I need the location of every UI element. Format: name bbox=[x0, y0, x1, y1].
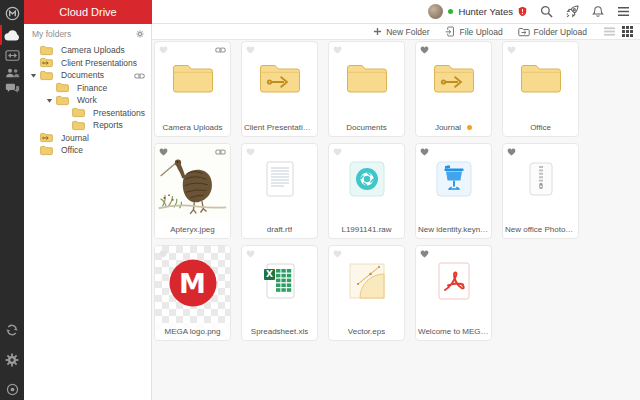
shared-folder-icon bbox=[40, 57, 57, 68]
panel-header: My folders bbox=[24, 24, 151, 41]
item-name: Documents bbox=[331, 123, 402, 132]
folder-upload-icon bbox=[518, 27, 530, 37]
favorite-heart-icon-muted[interactable] bbox=[159, 250, 168, 258]
tree-item-client-presentations[interactable]: Client Presentations bbox=[24, 57, 151, 70]
text-file-icon bbox=[242, 159, 317, 199]
grid-view-icon[interactable] bbox=[622, 26, 633, 37]
item-name: Camera Uploads bbox=[157, 123, 228, 132]
tree-item-camera-uploads[interactable]: Camera Uploads bbox=[24, 44, 151, 57]
avatar[interactable] bbox=[428, 4, 443, 19]
favorite-heart-icon[interactable] bbox=[420, 46, 429, 54]
favorite-heart-icon-muted[interactable] bbox=[333, 250, 342, 258]
favorite-heart-icon[interactable] bbox=[420, 148, 429, 156]
tree-item-label: Reports bbox=[93, 120, 123, 130]
file-upload-button[interactable]: File Upload bbox=[445, 26, 503, 37]
excel-file-icon: X bbox=[242, 261, 317, 301]
tree-expand-caret[interactable] bbox=[46, 97, 56, 104]
tree-item-label: Work bbox=[77, 95, 97, 105]
favorite-heart-icon-muted[interactable] bbox=[159, 46, 168, 54]
grid-item-mega-logo-png[interactable]: MMEGA logo.png bbox=[154, 245, 231, 341]
tree-item-label: Camera Uploads bbox=[61, 45, 125, 55]
folder-icon bbox=[503, 61, 578, 95]
button-label: File Upload bbox=[460, 27, 503, 37]
folder-icon bbox=[40, 70, 57, 81]
favorite-heart-icon-muted[interactable] bbox=[333, 148, 342, 156]
membership-shield-icon bbox=[518, 6, 527, 17]
user-menu[interactable]: Hunter Yates bbox=[428, 4, 527, 19]
rail-chat-icon[interactable] bbox=[0, 78, 24, 98]
tree-expand-caret[interactable] bbox=[30, 72, 40, 79]
grid-item-l1991141-raw[interactable]: L1991141.raw bbox=[328, 143, 405, 239]
favorite-heart-icon-muted[interactable] bbox=[333, 46, 342, 54]
zip-file-icon bbox=[503, 159, 578, 199]
grid-item-welcome-to-mega-pdf[interactable]: Welcome to MEGA.pdf bbox=[415, 245, 492, 341]
view-toggle-group bbox=[604, 26, 633, 37]
favorite-heart-icon[interactable] bbox=[159, 148, 168, 156]
public-link-icon bbox=[215, 46, 226, 54]
tree-item-reports[interactable]: Reports bbox=[24, 119, 151, 132]
plus-icon bbox=[373, 27, 382, 36]
rocket-icon[interactable] bbox=[566, 5, 579, 18]
grid-item-spreadsheet-xls[interactable]: XSpreadsheet.xls bbox=[241, 245, 318, 341]
favorite-heart-icon-muted[interactable] bbox=[246, 46, 255, 54]
presence-dot bbox=[448, 9, 453, 14]
grid-item-vector-eps[interactable]: Vector.eps bbox=[328, 245, 405, 341]
mega-logo-image: M bbox=[169, 260, 216, 307]
file-grid: Camera UploadsClient PresentationsDocume… bbox=[152, 40, 590, 341]
tree-item-finance[interactable]: Finance bbox=[24, 82, 151, 95]
grid-item-new-office-photoalbum-zip[interactable]: New office Photoalbum.zip bbox=[502, 143, 579, 239]
tree-item-journal[interactable]: Journal bbox=[24, 132, 151, 145]
item-name: L1991141.raw bbox=[331, 225, 402, 234]
grid-item-draft-rtf[interactable]: draft.rtf bbox=[241, 143, 318, 239]
search-icon[interactable] bbox=[540, 5, 553, 18]
tree-item-office[interactable]: Office bbox=[24, 144, 151, 157]
folders-options-icon[interactable] bbox=[136, 30, 144, 38]
folder-icon bbox=[155, 61, 230, 95]
shared-folder-icon bbox=[40, 132, 57, 143]
item-name: draft.rtf bbox=[244, 225, 315, 234]
item-name: Office bbox=[505, 123, 576, 132]
folder-icon bbox=[40, 145, 57, 156]
favorite-heart-icon-muted[interactable] bbox=[246, 250, 255, 258]
rail-shared-folders-icon[interactable] bbox=[0, 45, 24, 65]
tree-item-label: Client Presentations bbox=[61, 58, 137, 68]
item-name: MEGA logo.png bbox=[155, 323, 230, 340]
favorite-heart-icon-muted[interactable] bbox=[507, 46, 516, 54]
list-view-icon[interactable] bbox=[604, 27, 615, 36]
page-title: Cloud Drive bbox=[59, 6, 116, 18]
notifications-bell-icon[interactable] bbox=[592, 5, 604, 18]
tree-item-presentations[interactable]: Presentations bbox=[24, 107, 151, 120]
favorite-heart-icon[interactable] bbox=[507, 148, 516, 156]
grid-item-office[interactable]: Office bbox=[502, 41, 579, 137]
folder-tree: Camera UploadsClient PresentationsDocume… bbox=[24, 41, 151, 157]
tree-item-documents[interactable]: Documents bbox=[24, 69, 151, 82]
panel-title: My folders bbox=[32, 29, 71, 39]
pdf-file-icon bbox=[416, 261, 491, 301]
rail-cloud-drive-icon[interactable] bbox=[0, 25, 24, 45]
item-name: Apteryx.jpeg bbox=[155, 221, 230, 238]
tree-item-label: Finance bbox=[77, 83, 107, 93]
folder-tree-panel: My folders Camera UploadsClient Presenta… bbox=[24, 24, 152, 400]
grid-item-documents[interactable]: Documents bbox=[328, 41, 405, 137]
favorite-heart-icon-muted[interactable] bbox=[246, 148, 255, 156]
grid-item-apteryx-jpeg[interactable]: Apteryx.jpeg bbox=[154, 143, 231, 239]
grid-item-new-identity-keynote[interactable]: New identity.keynote bbox=[415, 143, 492, 239]
rail-status-icon[interactable] bbox=[0, 379, 24, 399]
favorite-heart-icon[interactable] bbox=[420, 250, 429, 258]
rail-sync-icon[interactable] bbox=[0, 320, 24, 340]
public-link-icon[interactable] bbox=[134, 72, 145, 80]
grid-item-camera-uploads[interactable]: Camera Uploads bbox=[154, 41, 231, 137]
rail-mega-logo-icon[interactable] bbox=[0, 3, 24, 23]
rail-settings-icon[interactable] bbox=[0, 350, 24, 370]
folder-upload-button[interactable]: Folder Upload bbox=[518, 27, 587, 37]
grid-item-journal[interactable]: Journal bbox=[415, 41, 492, 137]
tree-item-label: Presentations bbox=[93, 108, 145, 118]
tree-item-work[interactable]: Work bbox=[24, 94, 151, 107]
item-name: Welcome to MEGA.pdf bbox=[418, 327, 489, 336]
tree-item-label: Office bbox=[61, 145, 83, 155]
item-name: New identity.keynote bbox=[418, 225, 489, 234]
new-folder-button[interactable]: New Folder bbox=[373, 27, 429, 37]
folder-icon bbox=[72, 107, 89, 118]
menu-icon[interactable] bbox=[617, 6, 630, 17]
grid-item-client-presentations[interactable]: Client Presentations bbox=[241, 41, 318, 137]
